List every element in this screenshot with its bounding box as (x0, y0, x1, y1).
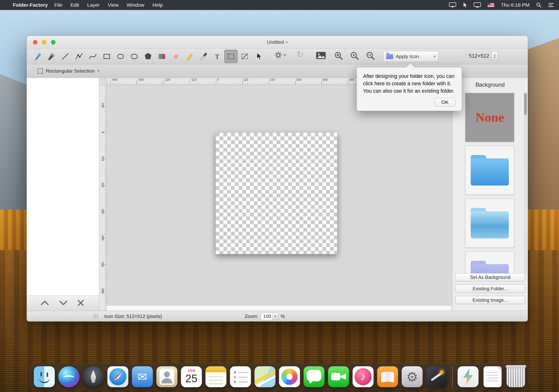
spotlight-search-icon[interactable] (536, 2, 541, 8)
remote-cursor-icon[interactable] (463, 2, 467, 8)
icon-artboard-transparent[interactable] (216, 133, 337, 254)
menu-help[interactable]: Help (148, 2, 167, 8)
line-tool[interactable] (59, 50, 72, 63)
eyedropper-tool[interactable] (31, 50, 44, 63)
dock-item-messages[interactable] (304, 366, 325, 387)
background-list[interactable]: None (452, 92, 528, 275)
zoom-in-button[interactable] (334, 51, 343, 60)
zoom-window-button[interactable] (51, 40, 56, 45)
display-icon[interactable] (474, 2, 481, 8)
canvas-scroll-strip[interactable] (106, 305, 452, 311)
knife-tool[interactable] (197, 50, 210, 63)
existing-folder-button[interactable]: Existing Folder... (456, 285, 525, 293)
zoom-value: 100 (261, 314, 272, 319)
settings-dropdown[interactable]: ▾ (274, 51, 286, 59)
scrollbar-thumb[interactable] (524, 93, 527, 115)
apply-icon-dropdown[interactable]: Apply Icon ▾ (383, 51, 438, 62)
dock-item-mail[interactable] (132, 366, 153, 387)
menu-bar-clock[interactable]: Thu 6:18 PM (501, 2, 530, 8)
dock-item-calendar[interactable]: JAN25 (181, 366, 202, 387)
dock-item-document[interactable] (482, 366, 503, 387)
zoom-combobox[interactable]: 100 ▼ (261, 312, 278, 320)
dock-item-trash[interactable] (507, 366, 525, 387)
pencil-tool[interactable] (183, 50, 196, 63)
apply-icon-label: Apply Icon (396, 54, 419, 59)
export-image-button[interactable] (316, 51, 326, 60)
polyline-tool[interactable] (72, 50, 86, 63)
rectangular-selection-tool[interactable] (224, 50, 238, 63)
background-item-photo-folder[interactable] (465, 199, 514, 248)
ruler-label: -110 (101, 103, 104, 110)
background-item-blue-folder[interactable] (465, 146, 514, 195)
running-indicator (436, 388, 437, 389)
title-bar[interactable]: Untitled ▾ (27, 36, 528, 49)
freeform-selection-tool[interactable] (238, 50, 252, 63)
layer-up-button[interactable] (40, 300, 49, 307)
desktop: Folder-Factory File Edit Layer View Wind… (0, 0, 559, 392)
menu-window[interactable]: Window (123, 2, 149, 8)
freeform-selection-icon (241, 52, 249, 61)
window-title[interactable]: Untitled ▾ (267, 39, 288, 45)
dock-item-system-preferences[interactable] (402, 366, 423, 387)
ruler-label: 0 (101, 129, 104, 136)
rounded-rectangle-tool[interactable] (114, 50, 127, 63)
close-button[interactable] (33, 40, 37, 45)
dock-item-safari[interactable] (107, 366, 128, 387)
existing-image-button[interactable]: Existing Image... (456, 296, 525, 304)
app-menu-title[interactable]: Folder-Factory (13, 2, 50, 8)
set-as-background-button[interactable]: Set As Background (456, 273, 525, 281)
minimize-button[interactable] (42, 40, 47, 45)
dock-item-itunes[interactable] (353, 366, 373, 387)
menu-view[interactable]: View (104, 2, 123, 8)
zoom-actual-size-button[interactable] (350, 51, 359, 60)
airplay-display-icon[interactable] (449, 2, 456, 8)
system-preferences-icon (402, 366, 423, 387)
canvas-area[interactable] (106, 85, 452, 305)
dock-item-reminders[interactable] (230, 366, 251, 387)
zoom-out-button[interactable] (366, 51, 375, 60)
input-source-flag-icon[interactable] (488, 3, 494, 7)
layer-delete-button[interactable] (77, 299, 84, 308)
layers-panel[interactable] (27, 78, 99, 311)
dock-item-finder[interactable] (34, 366, 55, 387)
polygon-tool[interactable] (141, 50, 155, 63)
stepper-arrows-icon[interactable]: ▲▼ (492, 51, 498, 60)
dock-item-maps[interactable] (254, 366, 275, 387)
window-content: -440 -330 -220 -110 0 110 220 330 440 55… (27, 78, 528, 311)
combobox-arrow-icon[interactable]: ▼ (272, 313, 278, 320)
brush-tool[interactable] (45, 50, 58, 63)
background-item-none[interactable]: None (465, 93, 514, 142)
rotate-button[interactable]: ↻ (297, 49, 304, 60)
eraser-tool[interactable] (169, 50, 182, 63)
ok-button[interactable]: OK (435, 98, 456, 106)
dock-separator (452, 365, 453, 388)
text-tool[interactable]: T (210, 50, 224, 63)
dock-item-lightning-app[interactable] (457, 366, 478, 387)
curve-tool[interactable] (86, 50, 100, 63)
dock-item-launchpad[interactable] (83, 366, 104, 387)
dock-item-siri[interactable] (58, 366, 79, 387)
x-icon (77, 299, 84, 307)
panel-resize-grip[interactable] (94, 314, 99, 319)
gradient-tool[interactable] (155, 50, 168, 63)
dock-item-facetime[interactable] (328, 366, 349, 387)
background-list-scrollbar[interactable] (524, 92, 527, 275)
layer-down-button[interactable] (59, 300, 68, 307)
rectangle-icon (102, 52, 111, 61)
background-item-purple-folder[interactable] (465, 252, 514, 275)
dock-item-contacts[interactable] (156, 366, 177, 387)
menu-edit[interactable]: Edit (66, 2, 83, 8)
icon-size-stepper[interactable]: 512×512 ▲▼ (469, 51, 498, 60)
lightning-icon (457, 366, 478, 387)
dock-item-folder-factory[interactable] (426, 366, 447, 387)
selection-mode-label[interactable]: Rectangular Selection (46, 68, 94, 74)
menu-layer[interactable]: Layer (83, 2, 104, 8)
dock-item-ibooks[interactable] (377, 366, 398, 387)
dock-item-photos[interactable] (279, 366, 300, 387)
move-cursor-tool[interactable] (252, 50, 265, 63)
menu-file[interactable]: File (50, 2, 66, 8)
notification-center-icon[interactable] (548, 3, 554, 7)
rectangle-tool[interactable] (100, 50, 113, 63)
ellipse-tool[interactable] (128, 50, 141, 63)
dock-item-notes[interactable] (205, 366, 226, 387)
